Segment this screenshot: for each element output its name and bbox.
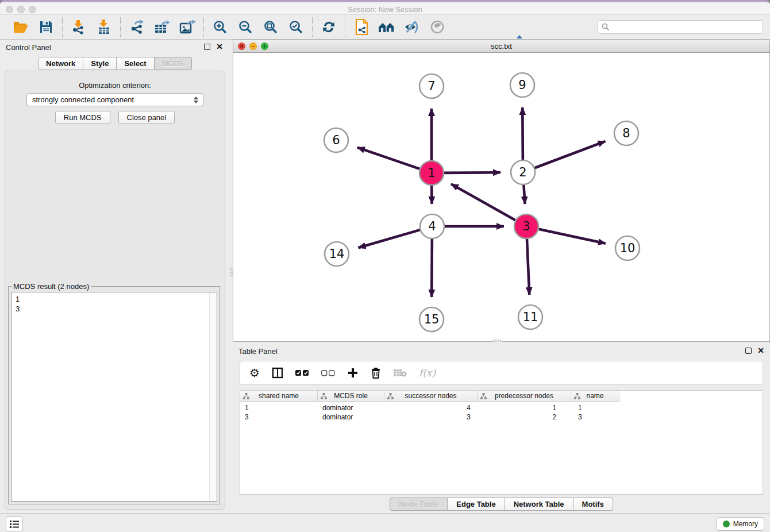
task-history-button[interactable] <box>6 516 23 531</box>
edge-2-3[interactable] <box>523 185 525 204</box>
close-table-panel-icon[interactable]: ✕ <box>757 346 764 355</box>
export-network-icon[interactable] <box>128 18 146 36</box>
tab-edge-table[interactable]: Edge Table <box>448 498 505 511</box>
optimization-criterion-label: Optimization criterion: <box>5 81 225 90</box>
node-label: 7 <box>428 79 435 93</box>
column-header-name[interactable]: name <box>571 391 619 402</box>
tab-network-table[interactable]: Network Table <box>505 498 573 511</box>
column-header-successor-nodes[interactable]: successor nodes <box>384 391 478 402</box>
mcds-result-textarea[interactable]: 13 <box>11 292 217 502</box>
edge-3-1[interactable] <box>451 184 515 220</box>
table-cell: 3 <box>240 413 318 422</box>
show-columns-icon[interactable] <box>272 365 283 380</box>
mcds-result-groupbox: MCDS result (2 nodes) 13 <box>8 286 220 504</box>
close-panel-icon[interactable]: ✕ <box>216 42 223 51</box>
run-mcds-button[interactable]: Run MCDS <box>55 111 110 124</box>
mcds-result-line: 3 <box>11 304 217 314</box>
node-label: 6 <box>332 133 340 147</box>
column-header-MCDS-role[interactable]: MCDS role <box>318 391 384 402</box>
search-input[interactable] <box>613 23 759 31</box>
table-row[interactable]: 3dominator323 <box>240 413 619 422</box>
node-table[interactable]: shared nameMCDS rolesuccessor nodesprede… <box>240 390 763 495</box>
edge-2-9[interactable] <box>522 107 523 160</box>
table-cell: 3 <box>384 413 478 422</box>
zoom-in-icon[interactable] <box>211 18 229 36</box>
network-canvas[interactable]: 7968124314101511 <box>233 53 769 341</box>
tab-node-table[interactable]: Node Table <box>390 498 448 511</box>
show-graphics-details-icon[interactable] <box>428 18 446 36</box>
tab-network[interactable]: Network <box>38 57 83 70</box>
table-tabs: Node TableEdge TableNetwork TableMotifs <box>233 498 770 511</box>
table-cell: 3 <box>571 413 619 422</box>
edge-4-15[interactable] <box>432 239 432 297</box>
node-label: 11 <box>523 310 538 324</box>
node-label: 15 <box>424 313 440 326</box>
float-panel-icon[interactable] <box>204 44 210 50</box>
network-overview-icon[interactable] <box>378 18 396 36</box>
edge-3-11[interactable] <box>527 239 529 295</box>
optimization-criterion-select[interactable]: strongly connected component <box>26 93 203 106</box>
search-icon <box>602 23 610 31</box>
column-header-shared-name[interactable]: shared name <box>240 391 318 402</box>
memory-button[interactable]: Memory <box>717 517 764 531</box>
node-label: 10 <box>620 241 636 255</box>
tab-style[interactable]: Style <box>83 57 117 70</box>
settings-gear-icon[interactable]: ⚙ <box>249 365 260 380</box>
statusbar: Memory <box>0 513 770 532</box>
network-title: scc.txt <box>233 42 769 51</box>
refresh-icon[interactable] <box>319 18 338 36</box>
add-column-icon[interactable] <box>347 365 359 380</box>
control-panel: Control Panel ✕ NetworkStyleSelectMCDS O… <box>0 40 230 513</box>
scrollbar-track[interactable] <box>209 292 217 501</box>
select-all-icon[interactable] <box>295 365 309 380</box>
search-box[interactable] <box>598 20 763 34</box>
splitter-collapse-handle[interactable] <box>517 35 522 38</box>
edge-1-2[interactable] <box>444 172 500 173</box>
tab-motifs[interactable]: Motifs <box>573 498 613 511</box>
zoom-out-icon[interactable] <box>236 18 255 36</box>
table-cell: 1 <box>240 403 318 413</box>
node-label: 9 <box>518 78 526 92</box>
float-table-panel-icon[interactable] <box>745 348 752 354</box>
network-view-window: ✕ − + scc.txt 7968124314101511 <box>233 40 770 342</box>
mcds-result-title: MCDS result (2 nodes) <box>11 282 91 291</box>
table-cell: 1 <box>478 403 571 413</box>
edge-2-8[interactable] <box>535 141 606 168</box>
tab-select[interactable]: Select <box>117 57 154 70</box>
close-panel-button[interactable]: Close panel <box>118 111 175 124</box>
mcds-result-line: 1 <box>11 292 217 304</box>
import-network-icon[interactable] <box>70 18 88 36</box>
tab-mcds[interactable]: MCDS <box>155 57 192 70</box>
save-session-icon[interactable] <box>37 18 55 36</box>
open-session-icon[interactable] <box>11 18 30 36</box>
edge-1-6[interactable] <box>357 148 419 169</box>
horizontal-splitter-handle[interactable] <box>493 340 502 342</box>
table-panel: Table Panel ✕ ⚙ f(x) <box>233 344 770 513</box>
delete-column-icon[interactable] <box>371 365 381 380</box>
control-panel-title: Control Panel <box>6 43 51 52</box>
list-icon <box>9 519 20 529</box>
export-table-icon[interactable] <box>153 18 171 36</box>
zoom-selected-icon[interactable] <box>287 18 305 36</box>
table-cell: 1 <box>571 403 619 413</box>
memory-label: Memory <box>733 520 758 528</box>
import-table-icon[interactable] <box>95 18 113 36</box>
edge-3-10[interactable] <box>539 229 606 244</box>
edge-4-14[interactable] <box>358 230 419 248</box>
control-panel-tabs: NetworkStyleSelectMCDS <box>0 57 230 70</box>
zoom-fit-icon[interactable] <box>261 18 280 36</box>
hide-graphics-details-icon[interactable] <box>403 18 421 36</box>
export-image-icon[interactable] <box>178 18 197 36</box>
deselect-all-icon[interactable] <box>321 365 335 380</box>
delete-table-icon <box>393 365 407 380</box>
mcds-panel: Optimization criterion: strongly connect… <box>5 71 225 510</box>
memory-status-icon <box>723 521 730 527</box>
table-toolbar: ⚙ f(x) <box>240 361 763 385</box>
copy-network-icon[interactable] <box>352 18 371 36</box>
column-header-predecessor-nodes[interactable]: predecessor nodes <box>478 391 571 402</box>
table-panel-title: Table Panel <box>238 347 278 356</box>
table-row[interactable]: 1dominator411 <box>240 403 619 413</box>
node-label: 3 <box>522 219 530 233</box>
node-label: 2 <box>519 165 526 179</box>
table-cell: 4 <box>384 403 478 413</box>
